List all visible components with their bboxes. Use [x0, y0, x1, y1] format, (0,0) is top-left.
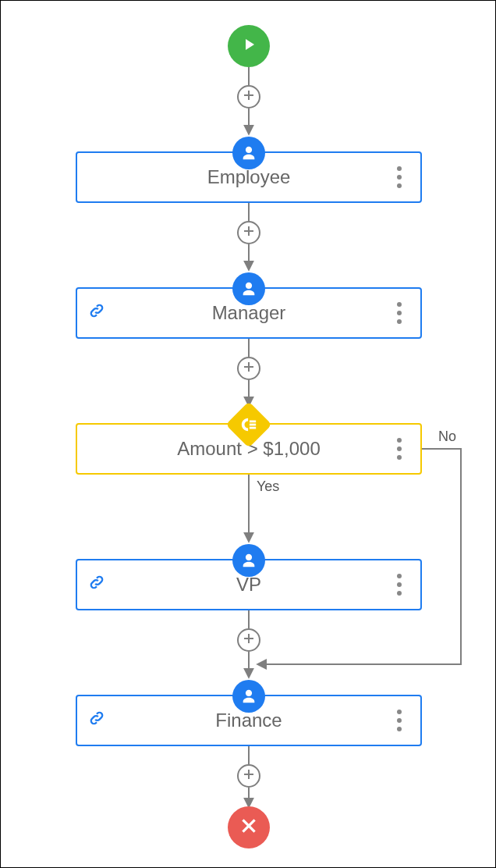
link-icon: [88, 302, 105, 324]
step-label: VP: [236, 574, 261, 596]
play-icon: [239, 35, 258, 57]
edge-label-yes: Yes: [257, 478, 279, 495]
svg-rect-18: [250, 424, 256, 426]
step-menu-button[interactable]: [392, 433, 406, 464]
step-vp[interactable]: VP: [76, 559, 422, 610]
edge-label-no: No: [438, 429, 456, 445]
step-label: Manager: [212, 302, 286, 324]
plus-icon: [243, 90, 254, 104]
user-icon: [232, 272, 265, 305]
link-icon: [88, 710, 105, 731]
step-menu-button[interactable]: [392, 297, 406, 329]
step-manager[interactable]: Manager: [76, 287, 422, 339]
svg-rect-19: [250, 427, 256, 429]
add-step-button[interactable]: [237, 628, 260, 652]
step-finance[interactable]: Finance: [76, 695, 422, 746]
add-step-button[interactable]: [237, 85, 260, 108]
user-icon: [232, 680, 265, 713]
plus-icon: [243, 633, 254, 647]
add-step-button[interactable]: [237, 221, 260, 244]
step-label: Finance: [215, 710, 282, 731]
start-node[interactable]: [228, 25, 270, 67]
step-menu-button[interactable]: [392, 162, 406, 193]
end-node[interactable]: [228, 806, 270, 848]
step-employee[interactable]: Employee: [76, 151, 422, 203]
svg-rect-17: [250, 421, 256, 423]
step-label: Employee: [207, 166, 291, 188]
close-icon: [239, 816, 259, 839]
plus-icon: [243, 769, 254, 783]
workflow-canvas: Employee Manager Amount > $1,000: [0, 0, 496, 868]
add-step-button[interactable]: [237, 357, 260, 380]
step-menu-button[interactable]: [392, 569, 406, 600]
plus-icon: [243, 226, 254, 240]
user-icon: [232, 137, 265, 169]
step-decision[interactable]: Amount > $1,000: [76, 423, 422, 475]
plus-icon: [243, 361, 254, 375]
user-icon: [232, 544, 265, 577]
link-icon: [88, 574, 105, 596]
step-menu-button[interactable]: [392, 705, 406, 736]
add-step-button[interactable]: [237, 764, 260, 788]
